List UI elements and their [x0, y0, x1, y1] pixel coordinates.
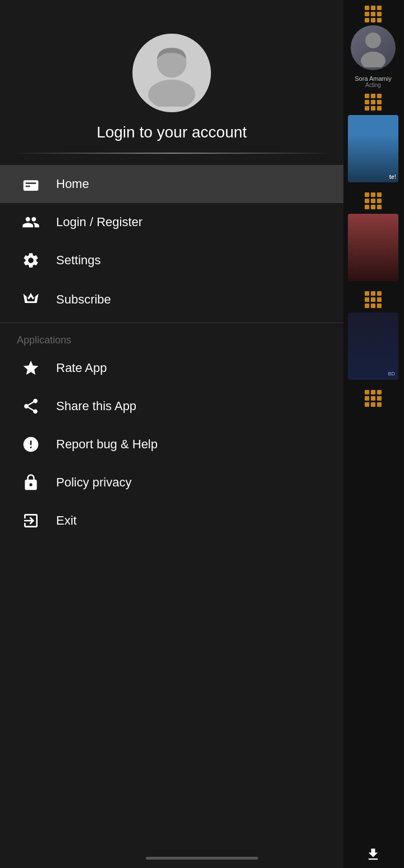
menu-section: Home Login / Register Settings	[0, 165, 343, 868]
subscribe-icon	[17, 290, 45, 310]
exit-icon	[17, 512, 45, 530]
sidebar-item-rate[interactable]: Rate App	[0, 349, 343, 387]
sidebar-item-share[interactable]: Share this App	[0, 387, 343, 425]
download-icon-area	[342, 841, 404, 868]
thumbnail-2	[348, 214, 398, 281]
applications-section-title: Applications	[0, 326, 343, 349]
sidebar-header: Login to your account	[0, 0, 343, 165]
user-avatar[interactable]	[132, 34, 211, 112]
svg-point-3	[148, 80, 195, 107]
rate-icon	[17, 359, 45, 377]
svg-point-0	[365, 33, 381, 48]
grid-icons-5	[342, 390, 404, 407]
login-icon	[17, 213, 45, 231]
sidebar-drawer: Login to your account Home Login / Regis…	[0, 0, 343, 868]
share-icon	[17, 397, 45, 415]
actor-role: Acting	[365, 82, 381, 88]
right-avatar	[351, 25, 396, 70]
grid-icons-1	[342, 6, 404, 22]
home-indicator	[146, 857, 258, 860]
sidebar-item-subscribe[interactable]: Subscribe	[0, 279, 343, 320]
download-icon	[365, 847, 381, 862]
home-icon	[17, 175, 45, 193]
grid-icons-3	[342, 192, 404, 209]
thumbnail-1: te!	[348, 115, 398, 182]
share-label: Share this App	[56, 399, 136, 414]
report-icon	[17, 435, 45, 453]
policy-label: Policy privacy	[56, 475, 131, 490]
sidebar-item-policy[interactable]: Policy privacy	[0, 463, 343, 502]
grid-icons-4	[342, 291, 404, 308]
settings-label: Settings	[56, 253, 101, 268]
sidebar-item-home[interactable]: Home	[0, 165, 343, 203]
settings-icon	[17, 251, 45, 269]
right-panel: Sora Amamiy Acting te! BD	[342, 0, 404, 868]
login-label: Login / Register	[56, 215, 143, 229]
home-label: Home	[56, 177, 89, 191]
thumbnail-3: BD	[348, 313, 398, 380]
avatar-svg	[138, 39, 205, 107]
section-divider	[0, 323, 343, 323]
sidebar-item-report[interactable]: Report bug & Help	[0, 425, 343, 463]
rate-label: Rate App	[56, 361, 107, 375]
subscribe-label: Subscribe	[56, 292, 111, 307]
svg-point-1	[361, 52, 385, 67]
report-label: Report bug & Help	[56, 437, 158, 452]
header-divider	[11, 153, 332, 154]
policy-icon	[17, 474, 45, 492]
sidebar-item-settings[interactable]: Settings	[0, 241, 343, 279]
exit-label: Exit	[56, 513, 77, 528]
login-title: Login to your account	[97, 123, 247, 141]
actor-name: Sora Amamiy	[352, 75, 393, 82]
grid-icons-2	[342, 94, 404, 111]
sidebar-item-login[interactable]: Login / Register	[0, 203, 343, 241]
sidebar-item-exit[interactable]: Exit	[0, 502, 343, 540]
